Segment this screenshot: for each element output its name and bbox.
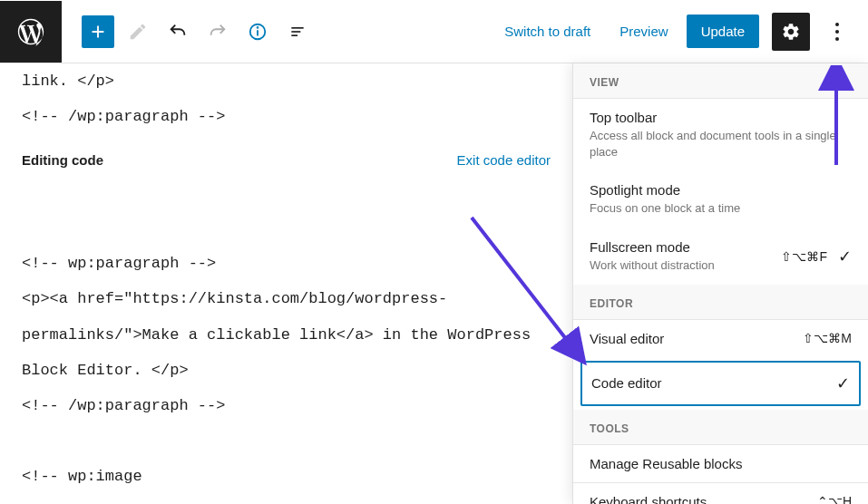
list-icon <box>288 23 307 41</box>
exit-code-editor-link[interactable]: Exit code editor <box>457 152 551 168</box>
menu-item-title: Visual editor <box>590 331 664 346</box>
undo-button[interactable] <box>161 15 194 48</box>
pencil-icon <box>128 22 148 42</box>
svg-point-7 <box>835 30 839 34</box>
outline-button[interactable] <box>281 15 314 48</box>
menu-item-title: Keyboard shortcuts <box>590 494 707 504</box>
check-icon: ✓ <box>838 247 852 267</box>
editing-code-label: Editing code <box>22 152 103 168</box>
menu-item-keyboard-shortcuts[interactable]: Keyboard shortcuts ⌃⌥H <box>573 483 868 504</box>
menu-item-shortcut: ⇧⌥⌘M <box>803 331 852 345</box>
menu-item-shortcut: ⇧⌥⌘F <box>781 249 827 264</box>
redo-icon <box>208 22 228 42</box>
update-button[interactable]: Update <box>687 15 759 48</box>
info-icon <box>248 22 268 42</box>
check-icon: ✓ <box>836 373 850 393</box>
more-options-button[interactable] <box>821 15 853 48</box>
content-area: link. </p> <!-- /wp:paragraph --> Editin… <box>0 63 868 504</box>
menu-item-title: Manage Reusable blocks <box>590 456 742 471</box>
menu-item-title: Top toolbar <box>590 110 852 125</box>
menu-item-title: Fullscreen mode <box>590 239 715 255</box>
undo-icon <box>168 22 188 42</box>
settings-button[interactable] <box>772 13 810 51</box>
info-button[interactable] <box>241 15 274 48</box>
wordpress-icon <box>15 16 46 47</box>
edit-button[interactable] <box>122 15 154 48</box>
section-header-editor: EDITOR <box>573 285 868 320</box>
svg-point-8 <box>835 37 839 41</box>
preview-button[interactable]: Preview <box>609 16 678 46</box>
plus-icon <box>88 22 108 42</box>
wordpress-logo[interactable] <box>0 1 62 63</box>
menu-item-shortcut: ⌃⌥H <box>817 494 852 504</box>
faded-code: link. </p> <!-- /wp:paragraph --> <box>22 63 551 134</box>
menu-item-reusable-blocks[interactable]: Manage Reusable blocks <box>573 445 868 482</box>
more-vertical-icon <box>834 22 840 42</box>
menu-item-code-editor[interactable]: Code editor ✓ <box>580 361 861 406</box>
gear-icon <box>781 22 801 42</box>
add-block-button[interactable] <box>82 15 114 48</box>
options-menu: VIEW Top toolbar Access all block and do… <box>572 63 868 504</box>
top-toolbar: Switch to draft Preview Update <box>0 0 868 63</box>
menu-item-visual-editor[interactable]: Visual editor ⇧⌥⌘M <box>573 320 868 357</box>
code-editor-panel: link. </p> <!-- /wp:paragraph --> Editin… <box>0 63 572 504</box>
switch-to-draft-button[interactable]: Switch to draft <box>493 16 601 46</box>
code-textarea[interactable]: <!-- wp:paragraph --> <p><a href="https:… <box>22 175 551 504</box>
redo-button[interactable] <box>201 15 234 48</box>
menu-item-title: Spotlight mode <box>590 182 740 198</box>
section-header-tools: TOOLS <box>573 410 868 445</box>
menu-item-spotlight[interactable]: Spotlight mode Focus on one block at a t… <box>573 171 868 228</box>
editing-header: Editing code Exit code editor <box>22 134 551 175</box>
menu-item-desc: Access all block and document tools in a… <box>590 128 852 160</box>
svg-point-6 <box>835 23 839 26</box>
menu-item-fullscreen[interactable]: Fullscreen mode Work without distraction… <box>573 228 868 285</box>
menu-item-desc: Focus on one block at a time <box>590 200 740 217</box>
menu-item-top-toolbar[interactable]: Top toolbar Access all block and documen… <box>573 99 868 171</box>
svg-point-2 <box>258 26 258 27</box>
menu-item-desc: Work without distraction <box>590 257 715 274</box>
menu-item-title: Code editor <box>591 375 662 391</box>
section-header-view: VIEW <box>573 63 868 99</box>
